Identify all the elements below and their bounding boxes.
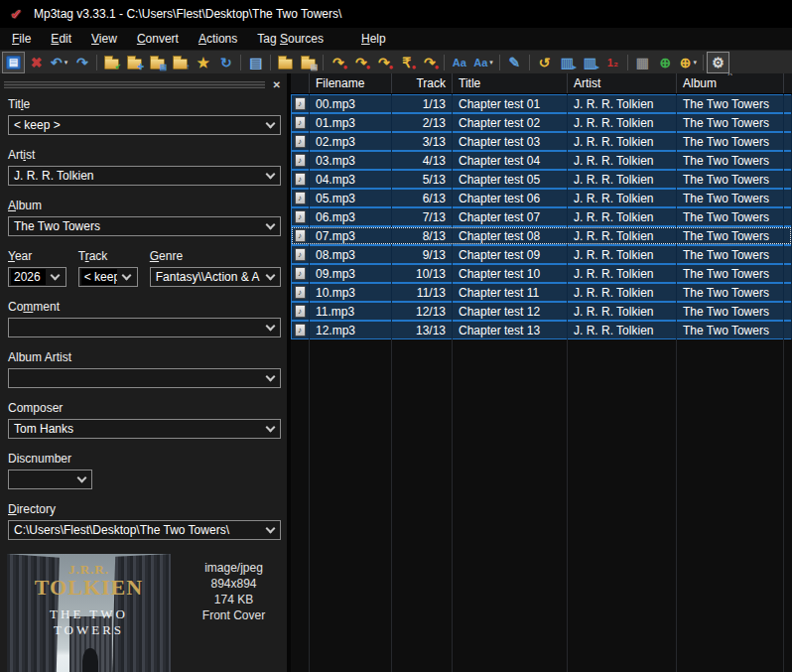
chevron-down-icon[interactable] [46, 268, 66, 286]
cell-filename: 05.mp3 [310, 189, 392, 207]
column-header-album[interactable]: Album^ [677, 73, 784, 93]
artist-combo[interactable]: J. R. R. Tolkien [8, 166, 281, 186]
genre-combo[interactable]: Fantasy\\Action & A [150, 267, 281, 287]
directory-label: Directory [8, 502, 281, 516]
album-artist-combo[interactable] [8, 368, 281, 388]
file-row[interactable]: ♪10.mp311/13Chapter test 11J. R. R. Tolk… [291, 283, 792, 302]
directory-combo[interactable]: C:\Users\Flest\Desktop\The Two Towers\ [8, 520, 281, 540]
track-combo[interactable]: < keep [78, 267, 138, 287]
chevron-down-icon[interactable]: ▾ [65, 59, 68, 67]
chevron-down-icon[interactable]: ▾ [694, 59, 698, 67]
cell-title: Chapter test 06 [453, 189, 568, 207]
convert-textfile-tag-button[interactable]: ₹● [395, 52, 418, 73]
column-header-filename[interactable]: Filename [310, 73, 392, 93]
file-row[interactable]: ♪05.mp36/13Chapter test 06J. R. R. Tolki… [291, 189, 792, 207]
options-button[interactable]: ⚙ [707, 52, 729, 73]
web-sources-menu-button[interactable]: ⊕▾ [677, 52, 700, 73]
menu-view[interactable]: View [81, 29, 127, 49]
paste-tag-button[interactable]: ▤ [297, 52, 320, 73]
cell-track: 13/13 [392, 321, 453, 339]
file-row[interactable]: ♪02.mp33/13Chapter test 03J. R. R. Tolki… [291, 132, 792, 151]
album-cover-art[interactable]: J.R.R. TOLKIEN THE TWO TOWERS Read by RO… [7, 554, 171, 672]
case-conversion-menu-button[interactable]: Aa▾ [470, 52, 496, 73]
refresh-button[interactable]: ↻ [214, 52, 237, 73]
toolbar-separator [703, 55, 704, 70]
mp3-file-icon: ♪ [295, 173, 306, 186]
cell-filler [784, 113, 792, 132]
convert-tag-tag-button[interactable]: ↷● [418, 52, 441, 73]
cell-track: 12/13 [392, 302, 453, 321]
badge-icon: ● [365, 64, 370, 71]
composer-combo[interactable]: Tom Hanks [8, 419, 281, 439]
file-row[interactable]: ♪01.mp32/13Chapter test 02J. R. R. Tolki… [291, 113, 792, 132]
file-row[interactable]: ♪08.mp39/13Chapter test 09J. R. R. Tolki… [291, 245, 792, 264]
toolbar-separator [627, 55, 628, 70]
chevron-down-icon[interactable]: ▾ [489, 59, 493, 67]
save-tag-button[interactable]: ▤ [2, 52, 25, 73]
chevron-down-icon[interactable] [260, 217, 280, 235]
menu-file[interactable]: File [2, 29, 41, 49]
remove-tag-button[interactable]: ✖ [25, 52, 48, 73]
discnumber-combo[interactable] [8, 470, 92, 489]
cover-mime: image/jpeg [187, 560, 281, 576]
chevron-down-icon[interactable] [260, 369, 280, 387]
menu-tag-sources[interactable]: Tag Sources [247, 29, 333, 49]
menu-help[interactable]: Help [351, 29, 396, 49]
column-header-title[interactable]: Title [453, 73, 568, 93]
file-row[interactable]: ♪00.mp31/13Chapter test 01J. R. R. Tolki… [291, 94, 792, 113]
title-label: Title [8, 97, 281, 111]
chevron-down-icon[interactable] [260, 167, 280, 185]
comment-combo[interactable] [8, 318, 281, 337]
extended-tags-button[interactable]: ▤ [244, 52, 267, 73]
web-sources-button[interactable]: ⊕ [654, 52, 677, 73]
change-directory-button[interactable]: ✔ [100, 52, 123, 73]
autonumbering-wizard-button[interactable]: 1₂ [601, 52, 624, 73]
undo-button[interactable]: ↶▾ [48, 52, 70, 73]
add-directory-button[interactable]: ✚ [123, 52, 146, 73]
mp3-file-icon: ♪ [295, 229, 306, 242]
tag-panel-close-icon[interactable]: ✕ [273, 79, 281, 90]
parent-directory-button[interactable]: ↑ [169, 52, 192, 73]
tag-panel-grip[interactable] [4, 81, 265, 88]
export-button[interactable]: ▥▸ [556, 52, 579, 73]
favorite-directories-button[interactable]: ★ [192, 52, 214, 73]
file-row[interactable]: ♪06.mp37/13Chapter test 07J. R. R. Tolki… [291, 207, 792, 226]
file-row[interactable]: ♪07.mp38/13Chapter test 08J. R. R. Tolki… [291, 226, 792, 245]
chevron-down-icon[interactable] [260, 268, 280, 286]
title-combo[interactable]: < keep > [8, 115, 281, 135]
file-row[interactable]: ♪03.mp34/13Chapter test 04J. R. R. Tolki… [291, 151, 792, 170]
chevron-down-icon[interactable] [260, 521, 280, 539]
file-row[interactable]: ♪09.mp310/13Chapter test 10J. R. R. Tolk… [291, 264, 792, 283]
cell-icon: ♪ [291, 283, 310, 302]
file-row[interactable]: ♪04.mp35/13Chapter test 05J. R. R. Tolki… [291, 170, 792, 189]
menu-edit[interactable]: Edit [41, 29, 81, 49]
chevron-down-icon[interactable] [71, 470, 91, 488]
redo-button[interactable]: ↷ [70, 52, 93, 73]
copy-tag-button[interactable] [274, 52, 297, 73]
chevron-down-icon[interactable] [260, 116, 280, 134]
keyboard-shortcuts-button[interactable]: ▦ [631, 52, 654, 73]
cell-artist: J. R. R. Tolkien [568, 94, 677, 113]
menu-bar: File Edit View Convert Actions Tag Sourc… [0, 28, 792, 50]
case-conversion-button[interactable]: Aa [448, 52, 470, 73]
column-header-artist[interactable]: Artist [568, 73, 677, 93]
file-row[interactable]: ♪11.mp312/13Chapter test 12J. R. R. Tolk… [291, 302, 792, 321]
menu-actions[interactable]: Actions [189, 29, 247, 49]
menu-convert[interactable]: Convert [127, 29, 189, 49]
load-playlist-button[interactable]: ▤ [146, 52, 169, 73]
column-header-icon[interactable] [291, 73, 310, 93]
undo-tag-changes-button[interactable]: ↺ [533, 52, 556, 73]
edit-tag-button[interactable]: ✎ [503, 52, 526, 73]
convert-tag-filename-button[interactable]: ↷● [327, 52, 349, 73]
year-combo[interactable]: 2026 [8, 267, 66, 287]
convert-filename-tag-button[interactable]: ↷● [349, 52, 372, 73]
convert-filename-filename-button[interactable]: ↷● [372, 52, 395, 73]
chevron-down-icon[interactable] [260, 319, 280, 336]
chevron-down-icon[interactable] [260, 420, 280, 438]
album-combo[interactable]: The Two Towers [8, 216, 281, 236]
column-header-track[interactable]: Track [392, 73, 453, 93]
badge-icon: ● [411, 64, 416, 71]
file-row[interactable]: ♪12.mp313/13Chapter test 13J. R. R. Tolk… [291, 321, 792, 339]
import-button[interactable]: ▥▸ [579, 52, 601, 73]
chevron-down-icon[interactable] [117, 268, 137, 286]
